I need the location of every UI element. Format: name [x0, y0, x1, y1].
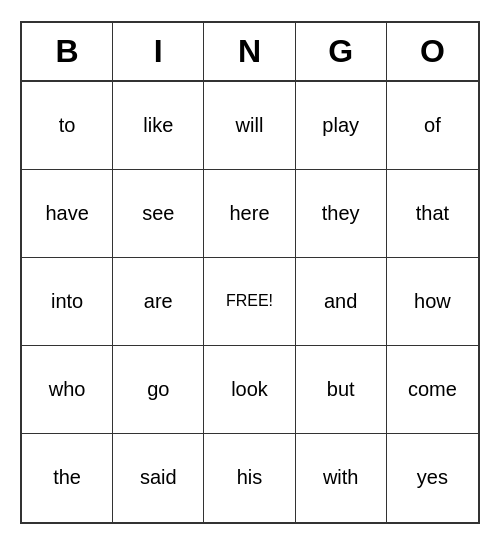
bingo-cell-r0-c3[interactable]: play — [296, 82, 387, 170]
bingo-cell-r4-c1[interactable]: said — [113, 434, 204, 522]
bingo-cell-r3-c4[interactable]: come — [387, 346, 478, 434]
bingo-cell-r0-c0[interactable]: to — [22, 82, 113, 170]
bingo-cell-r1-c4[interactable]: that — [387, 170, 478, 258]
bingo-cell-r2-c3[interactable]: and — [296, 258, 387, 346]
bingo-cell-r2-c2[interactable]: FREE! — [204, 258, 295, 346]
bingo-cell-r3-c1[interactable]: go — [113, 346, 204, 434]
bingo-cell-r2-c1[interactable]: are — [113, 258, 204, 346]
bingo-grid: tolikewillplayofhaveseeheretheythatintoa… — [22, 82, 478, 522]
bingo-cell-r1-c0[interactable]: have — [22, 170, 113, 258]
header-letter-n: N — [204, 23, 295, 80]
bingo-cell-r4-c0[interactable]: the — [22, 434, 113, 522]
bingo-cell-r3-c0[interactable]: who — [22, 346, 113, 434]
bingo-header: BINGO — [22, 23, 478, 82]
header-letter-b: B — [22, 23, 113, 80]
bingo-cell-r1-c2[interactable]: here — [204, 170, 295, 258]
header-letter-o: O — [387, 23, 478, 80]
bingo-cell-r0-c2[interactable]: will — [204, 82, 295, 170]
bingo-cell-r4-c4[interactable]: yes — [387, 434, 478, 522]
bingo-cell-r0-c1[interactable]: like — [113, 82, 204, 170]
bingo-cell-r3-c2[interactable]: look — [204, 346, 295, 434]
header-letter-i: I — [113, 23, 204, 80]
bingo-cell-r0-c4[interactable]: of — [387, 82, 478, 170]
bingo-card: BINGO tolikewillplayofhaveseeheretheytha… — [20, 21, 480, 524]
bingo-cell-r2-c4[interactable]: how — [387, 258, 478, 346]
bingo-cell-r4-c3[interactable]: with — [296, 434, 387, 522]
header-letter-g: G — [296, 23, 387, 80]
bingo-cell-r2-c0[interactable]: into — [22, 258, 113, 346]
bingo-cell-r1-c3[interactable]: they — [296, 170, 387, 258]
bingo-cell-r1-c1[interactable]: see — [113, 170, 204, 258]
bingo-cell-r4-c2[interactable]: his — [204, 434, 295, 522]
bingo-cell-r3-c3[interactable]: but — [296, 346, 387, 434]
